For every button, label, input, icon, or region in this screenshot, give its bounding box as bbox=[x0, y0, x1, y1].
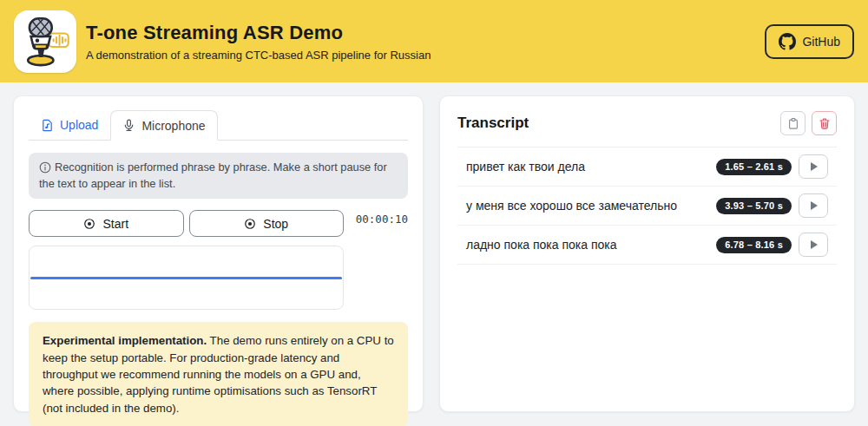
time-badge: 6.78 – 8.16 s bbox=[716, 237, 792, 253]
stop-button[interactable]: Stop bbox=[189, 210, 345, 237]
record-button-group: Start Stop bbox=[29, 210, 344, 237]
page-subtitle: A demonstration of a streaming CTC-based… bbox=[86, 49, 431, 62]
recorder-panel: Upload Microphone Recognition is perf bbox=[13, 95, 424, 412]
page-title: T-one Streaming ASR Demo bbox=[86, 22, 431, 44]
github-icon bbox=[779, 33, 796, 50]
copy-button[interactable] bbox=[780, 111, 806, 135]
transcript-actions bbox=[780, 111, 837, 135]
play-button[interactable] bbox=[799, 154, 828, 179]
header-titles: T-one Streaming ASR Demo A demonstration… bbox=[86, 22, 431, 62]
microphone-icon bbox=[122, 119, 135, 132]
main-content: Upload Microphone Recognition is perf bbox=[0, 82, 868, 425]
microphone-logo-icon bbox=[18, 15, 72, 69]
info-icon bbox=[39, 161, 51, 174]
transcript-text: ладно пока пока пока пока bbox=[466, 238, 617, 252]
clipboard-icon bbox=[787, 117, 799, 130]
record-icon bbox=[83, 218, 95, 230]
transcript-row: ладно пока пока пока пока 6.78 – 8.16 s bbox=[457, 226, 837, 265]
stop-button-label: Stop bbox=[263, 217, 288, 231]
tab-microphone[interactable]: Microphone bbox=[110, 110, 217, 141]
time-badge: 3.93 – 5.70 s bbox=[716, 198, 792, 214]
github-button[interactable]: GitHub bbox=[765, 24, 854, 59]
play-button[interactable] bbox=[799, 233, 828, 257]
play-button[interactable] bbox=[799, 193, 828, 218]
waveform-line bbox=[30, 277, 342, 279]
play-icon bbox=[811, 240, 818, 249]
transcript-row: привет как твои дела 1.65 – 2.61 s bbox=[457, 147, 837, 187]
file-music-icon bbox=[41, 119, 54, 132]
recording-timer: 00:00:10 bbox=[351, 210, 408, 237]
tab-bar: Upload Microphone bbox=[29, 110, 408, 141]
tab-microphone-label: Microphone bbox=[141, 119, 205, 133]
experimental-note: Experimental implementation. The demo ru… bbox=[29, 322, 408, 426]
info-alert: Recognition is performed phrase by phras… bbox=[29, 153, 408, 199]
app-header: T-one Streaming ASR Demo A demonstration… bbox=[0, 0, 868, 82]
transcript-panel: Transcript bbox=[439, 95, 855, 412]
app-page: T-one Streaming ASR Demo A demonstration… bbox=[0, 0, 868, 426]
app-logo bbox=[14, 10, 76, 73]
start-button-label: Start bbox=[102, 217, 128, 231]
transcript-list: привет как твои дела 1.65 – 2.61 s у мен… bbox=[457, 147, 837, 265]
recording-controls: Start Stop 00:00:10 bbox=[29, 210, 408, 237]
time-badge: 1.65 – 2.61 s bbox=[716, 159, 792, 175]
play-icon bbox=[811, 201, 818, 210]
experimental-note-lead: Experimental implementation. bbox=[43, 334, 207, 347]
transcript-row: у меня все хорошо все замечательно 3.93 … bbox=[457, 187, 837, 226]
record-icon bbox=[244, 218, 256, 230]
clear-button[interactable] bbox=[812, 111, 837, 135]
transcript-text: у меня все хорошо все замечательно bbox=[466, 199, 677, 213]
trash-icon bbox=[819, 117, 831, 130]
waveform-display bbox=[29, 246, 344, 310]
github-button-label: GitHub bbox=[802, 35, 840, 49]
start-button[interactable]: Start bbox=[29, 210, 184, 237]
tab-upload[interactable]: Upload bbox=[29, 110, 110, 140]
info-alert-text: Recognition is performed phrase by phras… bbox=[39, 161, 387, 190]
transcript-title: Transcript bbox=[457, 115, 529, 132]
tab-upload-label: Upload bbox=[60, 118, 98, 132]
transcript-text: привет как твои дела bbox=[466, 160, 585, 174]
transcript-header: Transcript bbox=[457, 111, 837, 147]
play-icon bbox=[811, 162, 818, 171]
